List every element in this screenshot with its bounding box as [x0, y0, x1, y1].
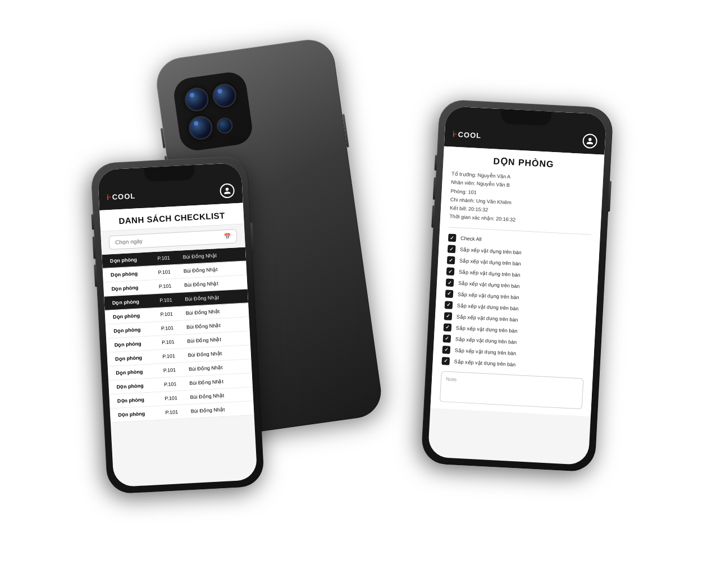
- phone-notch-right: [500, 109, 551, 126]
- row-location-3: Bùi Đồng Nhật: [185, 293, 240, 302]
- row-room-11: P.101: [165, 408, 188, 415]
- user-icon-left: [223, 187, 231, 195]
- detail-info: Tổ trưởng: Nguyễn Văn A Nhân viên: Nguyễ…: [449, 170, 594, 229]
- row-room-6: P.101: [162, 338, 184, 345]
- left-vol-up-button: [93, 237, 96, 259]
- check-all-checkbox[interactable]: [448, 233, 457, 242]
- detail-checkbox-5[interactable]: [445, 301, 453, 309]
- row-room-9: P.101: [164, 380, 186, 387]
- date-placeholder: Chọn ngày: [115, 238, 143, 246]
- brand-icon-right: i·: [453, 130, 458, 138]
- camera-module: [172, 70, 254, 153]
- right-power-button: [608, 181, 611, 212]
- row-location-7: Bùi Đồng Nhật: [188, 350, 243, 358]
- row-task-6: Dọn phòng: [114, 340, 158, 348]
- detail-item-text-1: Sắp xếp vật dụng trên bàn: [459, 258, 521, 267]
- phone-left: i· COOL DANH SÁCH CHECKLIST: [90, 155, 264, 494]
- detail-item-text-4: Sắp xếp vật dụng trên bàn: [458, 291, 519, 300]
- right-vol-down-button: [431, 205, 435, 228]
- row-location-11: Bùi Đồng Nhật: [191, 406, 246, 414]
- detail-item-text-7: Sắp xếp vật dụng trên bàn: [456, 325, 518, 334]
- phone-notch-left: [144, 165, 195, 182]
- detail-checkbox-4[interactable]: [445, 290, 454, 298]
- phone-right-frame: i· COOL DỌN PHÒNG Tổ trưởng: Nguyễn Văn …: [421, 99, 614, 472]
- brand-logo-left: i· COOL: [107, 191, 136, 201]
- row-task-11: Dọn phòng: [118, 410, 162, 418]
- row-location-4: Bùi Đồng Nhật: [185, 307, 241, 316]
- row-location-9: Bùi Đồng Nhật: [189, 378, 245, 386]
- row-location-2: Bùi Đồng Nhật: [184, 279, 240, 288]
- camera-lens-wide: [188, 114, 214, 141]
- user-icon-right: [586, 137, 594, 145]
- row-location-10: Bùi Đồng Nhật: [190, 392, 245, 400]
- detail-item-text-5: Sắp xếp vật dụng trên bàn: [457, 302, 519, 311]
- row-task-4: Dọn phòng: [113, 312, 157, 320]
- row-task-1: Dọn phòng: [111, 270, 155, 278]
- phone-right-screen: i· COOL DỌN PHÒNG Tổ trưởng: Nguyễn Văn …: [428, 106, 606, 465]
- row-location-6: Bùi Đồng Nhật: [187, 336, 243, 344]
- user-avatar-right[interactable]: [582, 134, 597, 149]
- row-room-1: P.101: [158, 269, 180, 275]
- left-mute-button: [91, 214, 94, 230]
- camera-flash: [216, 116, 234, 134]
- left-vol-down-button: [94, 264, 97, 287]
- row-task-2: Dọn phòng: [111, 284, 156, 292]
- row-room-4: P.101: [160, 311, 182, 318]
- phone-left-frame: i· COOL DANH SÁCH CHECKLIST: [90, 155, 264, 494]
- detail-checkbox-0[interactable]: [448, 245, 456, 253]
- checklist-title: DANH SÁCH CHECKLIST: [108, 210, 236, 226]
- scene: i· COOL DANH SÁCH CHECKLIST: [99, 36, 604, 552]
- row-task-10: Dọn phòng: [117, 396, 162, 404]
- row-room-7: P.101: [162, 352, 185, 359]
- note-placeholder: Note: [446, 376, 578, 388]
- detail-item-text-2: Sắp xếp vật dụng trên bàn: [459, 269, 521, 278]
- detail-checkbox-3[interactable]: [446, 278, 454, 287]
- detail-checkbox-7[interactable]: [444, 323, 452, 332]
- row-room-10: P.101: [165, 394, 187, 401]
- right-mute-button: [435, 155, 437, 171]
- detail-checkbox-2[interactable]: [446, 267, 455, 275]
- detail-item-text-0: Sắp xếp vật dụng trên bàn: [460, 246, 522, 255]
- detail-checkbox-6[interactable]: [444, 312, 453, 320]
- detail-title: DỌN PHÒNG: [452, 154, 595, 172]
- row-task-7: Dọn phòng: [115, 354, 159, 362]
- checklist-rows: Dọn phòng P.101 Bùi Đồng Nhật Dọn phòng …: [102, 247, 254, 422]
- detail-checkbox-10[interactable]: [441, 357, 450, 365]
- detail-item-text-3: Sắp xếp vật dụng trên bàn: [458, 280, 520, 289]
- brand-icon-left: i·: [107, 193, 112, 201]
- user-avatar-left[interactable]: [220, 183, 235, 198]
- detail-item-text-10: Sắp xếp vật dụng trên bàn: [454, 359, 516, 368]
- row-location-0: Bùi Đồng Nhật: [182, 251, 238, 260]
- row-task-9: Dọn phòng: [116, 382, 161, 390]
- row-task-0: Dọn phòng: [110, 256, 154, 264]
- row-task-3: Dọn phòng: [112, 298, 157, 306]
- row-room-8: P.101: [163, 366, 186, 373]
- detail-content: DỌN PHÒNG Tổ trưởng: Nguyễn Văn A Nhân v…: [430, 146, 604, 416]
- detail-checkbox-1[interactable]: [447, 256, 455, 264]
- brand-text-left: COOL: [112, 191, 135, 201]
- phone-left-screen: i· COOL DANH SÁCH CHECKLIST: [97, 163, 257, 488]
- row-location-1: Bùi Đồng Nhật: [184, 265, 239, 274]
- check-all-label: Check All: [460, 235, 482, 242]
- row-task-5: Dọn phòng: [113, 326, 158, 334]
- row-room-5: P.101: [161, 324, 184, 331]
- note-box[interactable]: Note: [440, 371, 584, 409]
- phone-right: i· COOL DỌN PHÒNG Tổ trưởng: Nguyễn Văn …: [421, 99, 614, 472]
- detail-checkbox-9[interactable]: [442, 346, 450, 354]
- row-room-3: P.101: [159, 297, 182, 304]
- camera-lens-tele: [211, 82, 238, 108]
- side-mute-button: [161, 128, 166, 148]
- row-task-8: Dọn phòng: [116, 368, 160, 376]
- row-room-2: P.101: [159, 283, 181, 290]
- detail-checkbox-8[interactable]: [443, 334, 451, 343]
- side-power-button: [342, 114, 349, 148]
- detail-item-text-9: Sắp xếp vật dụng trên bàn: [455, 347, 517, 356]
- detail-item-text-6: Sắp xếp vật dụng trên bàn: [457, 314, 518, 323]
- right-checklist-items: Sắp xếp vật dụng trên bàn Sắp xếp vật dụ…: [441, 243, 590, 374]
- right-vol-up-button: [433, 177, 436, 200]
- date-input-box[interactable]: Chọn ngày 📅: [109, 229, 238, 250]
- brand-text-right: COOL: [458, 130, 481, 140]
- brand-logo-right: i· COOL: [453, 130, 482, 140]
- detail-item-text-8: Sắp xếp vật dụng trên bàn: [455, 336, 517, 345]
- row-location-8: Bùi Đồng Nhật: [189, 364, 244, 372]
